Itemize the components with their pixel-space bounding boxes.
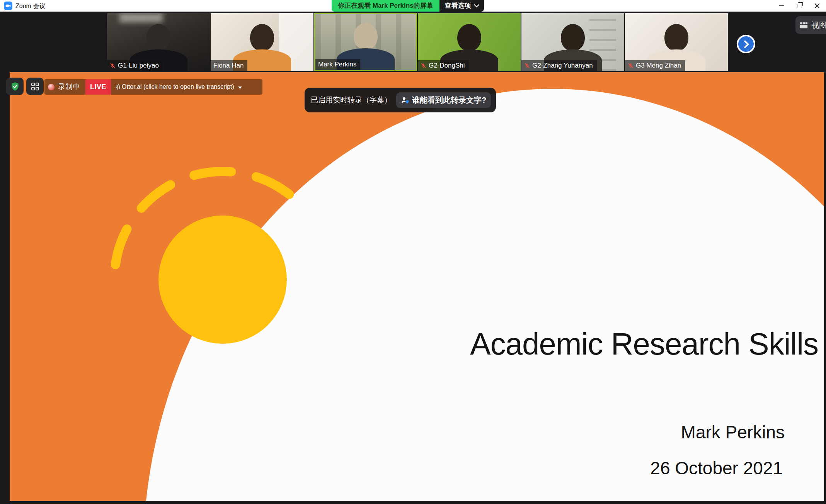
view-layout-button[interactable]: 视图 (795, 16, 826, 34)
restore-button[interactable] (790, 0, 808, 12)
close-icon (814, 3, 820, 9)
video-tile-fiona-han[interactable]: Fiona Han (211, 13, 313, 71)
muted-mic-icon (421, 62, 426, 69)
chevron-right-icon (741, 40, 749, 48)
video-tile-liu-peiyao[interactable]: G1-Liu peiyao (107, 13, 210, 71)
recording-label: 录制中 (58, 82, 80, 92)
watching-screen-label: 你正在观看 Mark Perkins的屏幕 (332, 0, 439, 12)
video-tile-mark-perkins[interactable]: Mark Perkins (314, 13, 417, 71)
who-can-see-button[interactable]: 谁能看到此转录文字? (396, 92, 491, 108)
gallery-grid-icon (799, 21, 808, 30)
notice-close-button[interactable]: × (496, 96, 501, 104)
person-shield-icon (401, 96, 409, 104)
shield-check-icon (10, 81, 20, 92)
who-can-see-label: 谁能看到此转录文字? (412, 95, 486, 105)
notice-message: 已启用实时转录（字幕） (311, 95, 392, 105)
window-controls (773, 0, 826, 12)
participant-name-label: G3 Meng Zihan (625, 60, 685, 71)
video-tile-zhang-yuhanyan[interactable]: G2-Zhang Yuhanyan (521, 13, 624, 71)
screen-share-content: Academic Research Skills Mark Perkins 26… (10, 72, 824, 501)
restore-icon (797, 4, 802, 8)
grid-apps-icon (31, 82, 40, 91)
minimize-icon (779, 5, 784, 6)
slide-author: Mark Perkins (681, 422, 785, 443)
security-button[interactable] (6, 78, 24, 95)
chevron-down-icon (473, 2, 479, 7)
video-tile-meng-zihan[interactable]: G3 Meng Zihan (625, 13, 728, 71)
window-title: Zoom 会议 (15, 2, 45, 10)
muted-mic-icon (628, 62, 634, 69)
next-participants-button[interactable] (737, 35, 755, 53)
view-button-label: 视图 (811, 20, 826, 31)
caret-down-icon[interactable] (238, 87, 242, 89)
view-options-button[interactable]: 查看选项 (439, 0, 484, 12)
transcript-link[interactable]: 在Otter.ai (click here to open live trans… (116, 83, 234, 91)
sun-circle-shape (158, 216, 287, 344)
recording-bar: 录制中 LIVE 在Otter.ai (click here to open l… (44, 79, 262, 95)
transcription-notice: 已启用实时转录（字幕） 谁能看到此转录文字? × (305, 88, 496, 112)
apps-button[interactable] (26, 78, 44, 95)
muted-mic-icon (524, 62, 530, 69)
slide-title: Academic Research Skills (470, 329, 818, 360)
zoom-camera-icon (4, 2, 12, 10)
participant-name-label: Fiona Han (211, 60, 247, 71)
view-options-label: 查看选项 (445, 0, 471, 12)
slide-date: 26 October 2021 (650, 458, 783, 479)
muted-mic-icon (110, 62, 116, 69)
minimize-button[interactable] (773, 0, 790, 12)
participant-name-label: G2-Zhang Yuhanyan (521, 60, 597, 71)
recording-dot-icon (48, 84, 54, 90)
titlebar: Zoom 会议 你正在观看 Mark Perkins的屏幕 查看选项 (0, 0, 826, 12)
video-tile-dongshi[interactable]: G2-DongShi (418, 13, 521, 71)
screen-share-banner: 你正在观看 Mark Perkins的屏幕 查看选项 (332, 0, 484, 12)
zoom-meeting-window: Zoom 会议 你正在观看 Mark Perkins的屏幕 查看选项 G1-Li… (0, 0, 826, 504)
participant-name-label: G1-Liu peiyao (107, 60, 163, 71)
participant-name-label: G2-DongShi (418, 60, 469, 71)
close-button[interactable] (808, 0, 826, 12)
participant-name-label: Mark Perkins (315, 59, 360, 70)
live-badge: LIVE (85, 79, 111, 95)
